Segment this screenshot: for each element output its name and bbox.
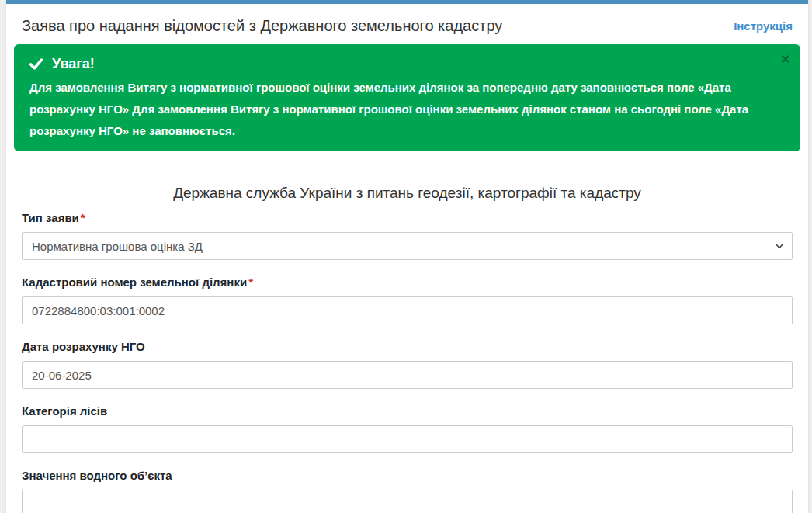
forest-category-input[interactable] [22, 425, 793, 453]
cadastral-number-label-text: Кадастровий номер земельної ділянки [22, 276, 247, 289]
field-group-forest-category: Категорія лісів [22, 404, 793, 453]
required-marker: * [81, 211, 85, 224]
water-object-input[interactable] [22, 490, 793, 513]
application-type-label-text: Тип заяви [22, 211, 79, 224]
cadastral-number-input[interactable] [22, 296, 793, 324]
alert-title-row: Увага! [29, 54, 769, 73]
application-type-select-wrap: Нормативна грошова оцінка ЗД [22, 232, 793, 260]
authority-section-title: Державна служба України з питань геодезі… [22, 183, 793, 203]
field-group-cadastral-number: Кадастровий номер земельної ділянки* [22, 276, 793, 324]
instruction-link[interactable]: Інструкція [734, 16, 793, 36]
field-group-application-type: Тип заяви* Нормативна грошова оцінка ЗД [22, 211, 793, 260]
page-header: Заява про надання відомостей з Державног… [6, 4, 808, 43]
attention-alert: × Увага! Для замовлення Витягу з нормати… [14, 44, 800, 151]
cadastral-number-label: Кадастровий номер земельної ділянки* [22, 276, 793, 289]
ngo-date-input[interactable] [22, 361, 793, 389]
field-group-ngo-date: Дата розрахунку НГО [22, 340, 793, 389]
ngo-date-label: Дата розрахунку НГО [22, 340, 793, 353]
page-title: Заява про надання відомостей з Державног… [22, 16, 502, 36]
required-marker: * [248, 276, 253, 289]
alert-title: Увага! [52, 54, 95, 73]
water-object-label: Значення водного об’єкта [22, 469, 793, 482]
close-icon[interactable]: × [781, 51, 790, 67]
check-icon [29, 57, 43, 71]
alert-message: Для замовлення Витягу з нормативної грош… [29, 77, 769, 142]
application-page-card: Заява про надання відомостей з Державног… [6, 0, 808, 513]
field-group-water-object: Значення водного об’єкта [22, 469, 793, 513]
forest-category-label: Категорія лісів [22, 404, 793, 418]
application-form: Державна служба України з питань геодезі… [6, 183, 808, 513]
application-type-label: Тип заяви* [22, 211, 793, 224]
application-type-select[interactable]: Нормативна грошова оцінка ЗД [22, 232, 793, 260]
